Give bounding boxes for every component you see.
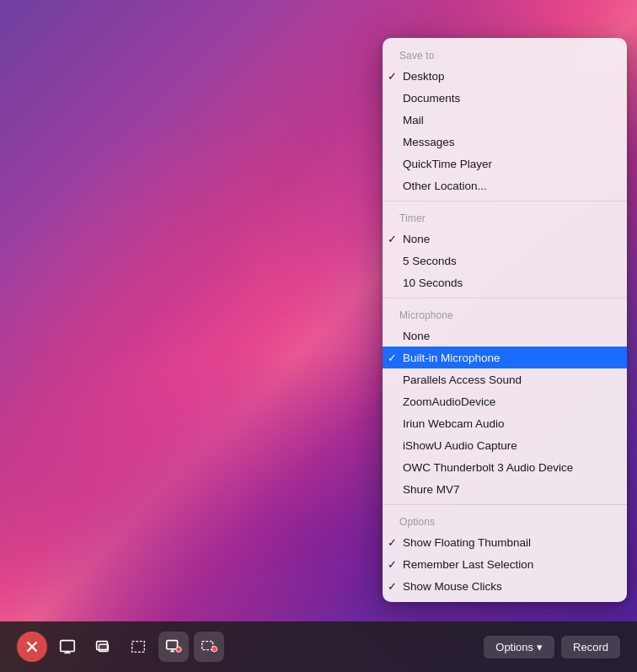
save-to-section-label: Save to [383,43,627,65]
checkmark-desktop: ✓ [388,70,397,83]
options-section-label: Options [383,509,627,531]
divider-2 [383,298,627,298]
menu-item-mic-none[interactable]: None [383,325,627,347]
menu-item-documents[interactable]: Documents [383,87,627,109]
record-selection-button[interactable] [194,632,224,662]
dropdown-menu: Save to ✓ Desktop Documents Mail Message… [383,38,627,602]
close-button[interactable] [17,632,47,662]
svg-rect-6 [99,644,108,651]
checkmark-timer-none: ✓ [388,233,397,245]
menu-item-10sec[interactable]: 10 Seconds [383,271,627,293]
menu-item-5sec[interactable]: 5 Seconds [383,250,627,271]
menu-item-builtin-mic-label: Built-in Microphone [403,352,500,364]
menu-item-owc-label: OWC Thunderbolt 3 Audio Device [403,461,573,474]
svg-point-13 [211,647,217,652]
record-screen-icon [164,637,183,656]
checkmark-mouse: ✓ [388,580,397,593]
menu-item-shure[interactable]: Shure MV7 [383,478,627,500]
divider-1 [383,201,627,202]
menu-item-floating-thumbnail[interactable]: ✓ Show Floating Thumbnail [383,531,627,553]
record-button[interactable]: Record [561,636,620,659]
menu-item-iriun-label: Iriun Webcam Audio [403,417,505,430]
menu-item-show-mouse-label: Show Mouse Clicks [403,580,502,593]
menu-item-shure-label: Shure MV7 [403,483,460,496]
menu-item-ishowu-label: iShowU Audio Capture [403,439,517,452]
menu-item-parallels-label: Parallels Access Sound [403,374,522,386]
menu-item-builtin-mic[interactable]: ✓ Built-in Microphone [383,347,627,368]
menu-item-messages[interactable]: Messages [383,131,627,153]
menu-item-documents-label: Documents [403,92,460,105]
svg-point-9 [176,647,181,652]
microphone-section-label: Microphone [383,303,627,325]
menu-item-desktop[interactable]: ✓ Desktop [383,65,627,87]
menu-item-mic-none-label: None [403,330,430,342]
checkmark-builtin-mic: ✓ [388,352,397,364]
menu-item-zoom-audio-label: ZoomAudioDevice [403,395,495,408]
menu-item-10sec-label: 10 Seconds [403,277,463,289]
menu-item-floating-label: Show Floating Thumbnail [403,536,531,549]
menu-item-parallels[interactable]: Parallels Access Sound [383,368,627,390]
menu-item-owc[interactable]: OWC Thunderbolt 3 Audio Device [383,456,627,478]
menu-item-iriun[interactable]: Iriun Webcam Audio [383,412,627,434]
menu-item-other-location-label: Other Location... [403,180,487,192]
checkmark-floating: ✓ [388,536,397,549]
menu-item-5sec-label: 5 Seconds [403,255,457,267]
toolbar-right: Options ▾ Record [484,636,620,659]
divider-3 [383,504,627,505]
menu-item-show-mouse[interactable]: ✓ Show Mouse Clicks [383,575,627,597]
menu-item-zoom-audio[interactable]: ZoomAudioDevice [383,390,627,412]
menu-item-messages-label: Messages [403,136,455,148]
menu-item-quicktime-label: QuickTime Player [403,158,492,170]
capture-screen-button[interactable] [52,632,83,662]
checkmark-remember: ✓ [388,558,397,571]
svg-rect-2 [61,641,75,652]
menu-item-mail[interactable]: Mail [383,109,627,131]
record-screen-button[interactable] [158,632,189,662]
capture-selection-icon [129,637,147,656]
menu-item-desktop-label: Desktop [403,70,445,83]
menu-item-ishowu[interactable]: iShowU Audio Capture [383,434,627,456]
capture-window-button[interactable] [88,632,118,662]
menu-item-other-location[interactable]: Other Location... [383,175,627,196]
svg-rect-7 [132,642,145,653]
capture-window-icon [94,637,112,656]
timer-section-label: Timer [383,206,627,228]
menu-item-mail-label: Mail [403,114,424,126]
svg-rect-12 [202,642,213,650]
menu-item-timer-none[interactable]: ✓ None [383,228,627,250]
menu-item-remember-label: Remember Last Selection [403,558,533,571]
options-chevron-icon: ▾ [537,641,543,653]
options-button[interactable]: Options ▾ [484,636,554,659]
options-button-label: Options [495,641,533,653]
svg-rect-8 [167,641,178,649]
record-button-label: Record [573,641,608,653]
menu-item-quicktime[interactable]: QuickTime Player [383,153,627,175]
menu-item-remember-selection[interactable]: ✓ Remember Last Selection [383,553,627,575]
capture-screen-icon [58,637,77,656]
toolbar: Options ▾ Record [0,621,637,672]
capture-selection-button[interactable] [123,632,153,662]
record-selection-icon [200,637,218,656]
close-icon [23,637,41,656]
menu-item-timer-none-label: None [403,233,430,245]
